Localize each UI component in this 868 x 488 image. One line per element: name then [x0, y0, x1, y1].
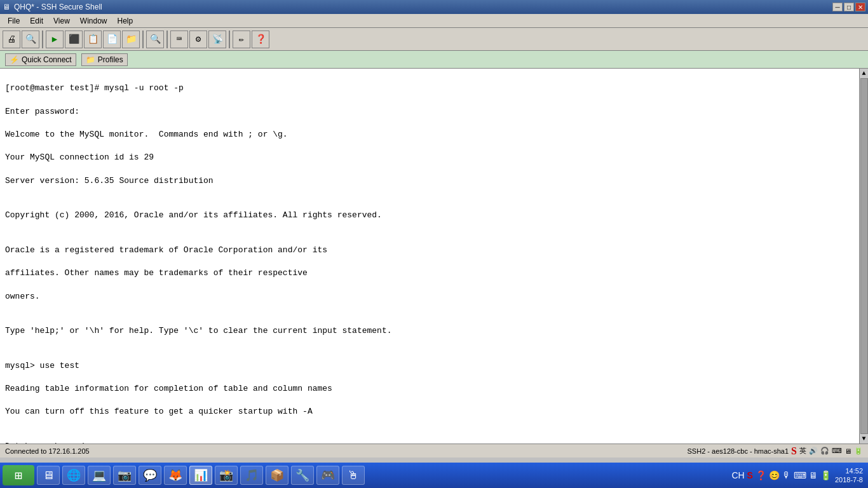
- status-icon-keyboard: ⌨: [832, 447, 842, 455]
- tray-mic: 🎙: [782, 470, 791, 480]
- line-15: mysql> use test: [5, 360, 854, 372]
- tray-help: ❓: [756, 470, 766, 480]
- terminal[interactable]: [root@master test]# mysql -u root -p Ent…: [0, 69, 859, 444]
- scroll-down-button[interactable]: ▼: [862, 435, 865, 442]
- toolbar-btn-help[interactable]: ❓: [252, 30, 269, 48]
- taskbar-item-7[interactable]: 📊: [189, 466, 212, 485]
- clock: 14:52 2018-7-8: [835, 466, 863, 485]
- taskbar-item-13[interactable]: 🖱: [342, 466, 365, 485]
- line-2: Enter password:: [5, 106, 854, 118]
- scrollbar[interactable]: ▲ ▼: [859, 69, 868, 444]
- title-bar-title: QHQ* - SSH Secure Shell: [14, 3, 102, 11]
- tray-lang: CH: [731, 470, 744, 480]
- line-9: Oracle is a registered trademark of Orac…: [5, 245, 854, 256]
- menu-help[interactable]: Help: [112, 15, 139, 27]
- status-icon-headset: 🎧: [820, 447, 829, 455]
- quickconnect-bar: ⚡ Quick Connect 📁 Profiles: [0, 51, 868, 69]
- toolbar-btn-search[interactable]: 🔍: [146, 30, 164, 48]
- taskbar-item-5[interactable]: 💬: [139, 466, 161, 485]
- taskbar-item-4[interactable]: 📷: [113, 466, 136, 485]
- toolbar-sep-1: [42, 30, 43, 48]
- toolbar: 🖨 🔍 ▶ ⬛ 📋 📄 📁 🔍 ⌨ ⚙ 📡 ✏ ❓: [0, 28, 868, 51]
- terminal-output: [root@master test]# mysql -u root -p Ent…: [5, 71, 854, 444]
- ssh-info: SSH2 - aes128-cbc - hmac-sha1: [688, 447, 789, 455]
- toolbar-sep-4: [229, 30, 230, 48]
- quick-connect-icon: ⚡: [10, 55, 19, 64]
- taskbar-item-11[interactable]: 🔧: [291, 466, 314, 485]
- toolbar-btn-6[interactable]: 📄: [103, 30, 121, 48]
- connection-status: Connected to 172.16.1.205: [5, 447, 90, 455]
- tray-battery2: 🔋: [820, 470, 831, 480]
- start-button[interactable]: ⊞: [3, 465, 34, 485]
- line-17: You can turn off this feature to get a q…: [5, 406, 854, 417]
- scroll-up-button[interactable]: ▲: [862, 70, 865, 77]
- toolbar-btn-mark[interactable]: ✏: [233, 30, 250, 48]
- line-5: Server version: 5.6.35 Source distributi…: [5, 175, 854, 187]
- line-13: Type 'help;' or '\h' for help. Type '\c'…: [5, 325, 854, 337]
- quick-connect-button[interactable]: ⚡ Quick Connect: [5, 53, 76, 66]
- taskbar-item-10[interactable]: 📦: [266, 466, 288, 485]
- line-19: Database changed: [5, 441, 854, 444]
- taskbar-right: CH S ❓ 😊 🎙 ⌨ 🖥 🔋 14:52 2018-7-8: [731, 466, 865, 485]
- tray-keyboard: ⌨: [794, 470, 806, 480]
- taskbar-item-6[interactable]: 🦊: [164, 466, 187, 485]
- minimize-button[interactable]: ─: [832, 3, 843, 11]
- taskbar-item-3[interactable]: 💻: [88, 466, 111, 485]
- tray-face: 😊: [769, 470, 780, 480]
- toolbar-sep-2: [142, 30, 144, 48]
- toolbar-btn-8[interactable]: ⌨: [170, 30, 188, 48]
- toolbar-btn-4[interactable]: ⬛: [65, 30, 83, 48]
- clock-date: 2018-7-8: [835, 475, 863, 484]
- status-icon-s: S: [791, 445, 797, 457]
- start-icon: ⊞: [15, 468, 22, 484]
- taskbar-item-12[interactable]: 🎮: [316, 466, 339, 485]
- toolbar-btn-3[interactable]: ▶: [46, 30, 64, 48]
- menu-file[interactable]: File: [3, 15, 25, 27]
- taskbar-item-1[interactable]: 🖥: [37, 466, 60, 485]
- toolbar-btn-9[interactable]: ⚙: [189, 30, 207, 48]
- scroll-thumb[interactable]: [860, 78, 868, 434]
- close-button[interactable]: ✕: [855, 3, 865, 11]
- status-bar: Connected to 172.16.1.205 SSH2 - aes128-…: [0, 444, 868, 458]
- terminal-wrapper: [root@master test]# mysql -u root -p Ent…: [0, 69, 859, 444]
- status-right: SSH2 - aes128-cbc - hmac-sha1 S 英 🔊 🎧 ⌨ …: [688, 445, 863, 457]
- toolbar-btn-5[interactable]: 📋: [84, 30, 102, 48]
- toolbar-btn-2[interactable]: 🔍: [22, 30, 39, 48]
- quick-connect-label: Quick Connect: [22, 55, 72, 64]
- main-content: [root@master test]# mysql -u root -p Ent…: [0, 69, 868, 444]
- toolbar-btn-10[interactable]: 📡: [208, 30, 226, 48]
- line-16: Reading table information for completion…: [5, 383, 854, 395]
- profiles-label: Profiles: [98, 55, 123, 64]
- status-icon-lang: 英: [799, 446, 806, 456]
- menu-window[interactable]: Window: [75, 15, 112, 27]
- toolbar-btn-7[interactable]: 📁: [122, 30, 140, 48]
- profiles-icon: 📁: [86, 55, 95, 64]
- menu-bar: File Edit View Window Help: [0, 14, 868, 28]
- menu-edit[interactable]: Edit: [25, 15, 48, 27]
- taskbar-item-2[interactable]: 🌐: [62, 466, 85, 485]
- maximize-button[interactable]: □: [844, 3, 854, 11]
- line-3: Welcome to the MySQL monitor. Commands e…: [5, 129, 854, 140]
- line-1: [root@master test]# mysql -u root -p: [5, 83, 854, 94]
- tray-s-icon: S: [747, 470, 753, 480]
- taskbar-item-9[interactable]: 🎵: [240, 466, 263, 485]
- clock-time: 14:52: [835, 466, 863, 475]
- line-4: Your MySQL connection id is 29: [5, 152, 854, 163]
- taskbar-item-8[interactable]: 📸: [215, 466, 238, 485]
- toolbar-sep-3: [166, 30, 168, 48]
- toolbar-btn-1[interactable]: 🖨: [3, 30, 20, 48]
- title-bar: 🖥 QHQ* - SSH Secure Shell ─ □ ✕: [0, 0, 868, 14]
- taskbar: ⊞ 🖥 🌐 💻 📷 💬 🦊 📊 📸 🎵 📦 🔧 🎮 🖱 CH S ❓ 😊 🎙 ⌨…: [0, 463, 868, 488]
- title-bar-icon: 🖥: [3, 3, 10, 11]
- line-10: affiliates. Other names may be trademark…: [5, 268, 854, 279]
- tray-icons: CH S ❓ 😊 🎙 ⌨ 🖥 🔋: [731, 470, 831, 480]
- line-7: Copyright (c) 2000, 2016, Oracle and/or …: [5, 210, 854, 221]
- line-11: owners.: [5, 291, 854, 302]
- status-icon-mic: 🔊: [809, 447, 818, 455]
- status-icon-battery: 🔋: [854, 447, 863, 455]
- menu-view[interactable]: View: [48, 15, 75, 27]
- status-icon-display: 🖥: [844, 447, 851, 455]
- tray-display2: 🖥: [809, 470, 818, 480]
- profiles-button[interactable]: 📁 Profiles: [81, 53, 128, 66]
